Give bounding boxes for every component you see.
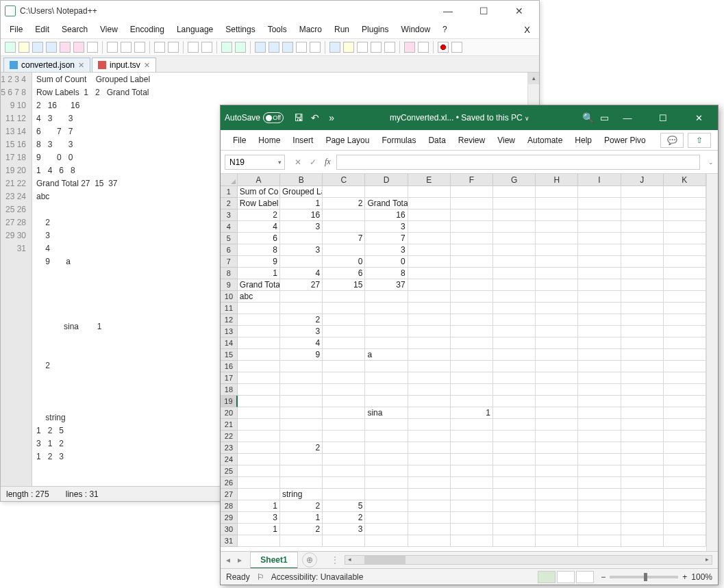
cell[interactable] (664, 186, 706, 198)
docmap-icon[interactable] (371, 42, 382, 53)
cell[interactable] (408, 349, 451, 361)
cell[interactable] (493, 291, 536, 303)
row-header[interactable]: 20 (221, 407, 238, 419)
cell[interactable] (408, 489, 451, 500)
cell[interactable]: Sum of Co (238, 186, 280, 198)
cell[interactable]: Grouped Label (280, 186, 323, 198)
cell[interactable] (451, 489, 493, 500)
accessibility-icon[interactable]: ⚐ (257, 572, 264, 582)
row-header[interactable]: 28 (221, 500, 238, 512)
cell[interactable] (238, 372, 280, 384)
cell[interactable] (536, 244, 578, 256)
scroll-up-icon[interactable]: ▴ (528, 73, 539, 84)
cell[interactable] (451, 209, 493, 221)
cell[interactable] (323, 419, 365, 431)
undo-icon[interactable]: ↶ (308, 112, 322, 123)
minimize-button[interactable]: — (612, 113, 642, 123)
cell[interactable] (578, 535, 621, 547)
cell[interactable] (621, 221, 664, 233)
cell[interactable] (621, 384, 664, 396)
menu-edit[interactable]: Edit (30, 23, 54, 36)
table-row[interactable]: 122 (221, 314, 706, 326)
cell[interactable] (578, 326, 621, 337)
column-header[interactable]: B (280, 174, 323, 186)
menu-run[interactable]: Run (329, 23, 354, 36)
cell[interactable] (493, 314, 536, 326)
cell[interactable] (493, 372, 536, 384)
cell[interactable] (408, 442, 451, 454)
cell[interactable] (451, 465, 493, 477)
cell[interactable]: 3 (280, 244, 323, 256)
stop-macro-icon[interactable] (451, 42, 462, 53)
cell[interactable] (493, 209, 536, 221)
cell[interactable] (578, 396, 621, 407)
cell[interactable] (280, 465, 323, 477)
row-header[interactable]: 31 (221, 535, 238, 547)
row-header[interactable]: 17 (221, 372, 238, 384)
cell[interactable] (323, 454, 365, 465)
cell[interactable] (664, 314, 706, 326)
lang-icon[interactable] (329, 42, 340, 53)
grid-rows[interactable]: 1Sum of CoGrouped Label2Row Label12Grand… (221, 186, 706, 551)
cell[interactable] (536, 442, 578, 454)
cell[interactable] (408, 361, 451, 372)
cell[interactable] (621, 419, 664, 431)
cell[interactable]: 2 (238, 209, 280, 221)
cell[interactable] (323, 442, 365, 454)
cell[interactable] (408, 314, 451, 326)
spreadsheet-grid[interactable]: ABCDEFGHIJK 1Sum of CoGrouped Label2Row … (221, 174, 718, 551)
cell[interactable] (408, 303, 451, 314)
cell[interactable] (451, 524, 493, 535)
table-row[interactable]: 17 (221, 372, 706, 384)
cell[interactable] (621, 500, 664, 512)
expand-formula-icon[interactable]: ⌄ (704, 159, 718, 166)
functionlist-icon[interactable] (357, 42, 368, 53)
cell[interactable] (536, 279, 578, 291)
cell[interactable] (578, 361, 621, 372)
cell[interactable] (664, 419, 706, 431)
cell[interactable] (621, 535, 664, 547)
warning-icon[interactable]: X (519, 23, 535, 36)
cell[interactable] (493, 186, 536, 198)
cell[interactable] (578, 419, 621, 431)
cell[interactable] (621, 454, 664, 465)
cell[interactable] (493, 221, 536, 233)
cell[interactable] (451, 221, 493, 233)
cell[interactable] (365, 291, 408, 303)
row-header[interactable]: 24 (221, 454, 238, 465)
excel-titlebar[interactable]: AutoSave Off 🖫 ↶ » myConverted.xl... • S… (221, 105, 718, 130)
cell[interactable] (408, 535, 451, 547)
cell[interactable] (578, 489, 621, 500)
menu-language[interactable]: Language (172, 23, 218, 36)
row-header[interactable]: 3 (221, 209, 238, 221)
cell[interactable] (451, 477, 493, 489)
cell[interactable] (408, 244, 451, 256)
cell[interactable] (621, 431, 664, 442)
paste-icon[interactable] (134, 42, 145, 53)
row-header[interactable]: 11 (221, 303, 238, 314)
share-button[interactable]: ⇧ (688, 133, 711, 148)
cell[interactable] (578, 512, 621, 524)
save-icon[interactable]: 🖫 (292, 112, 305, 123)
cell[interactable] (365, 524, 408, 535)
cell[interactable] (323, 477, 365, 489)
cell[interactable] (536, 349, 578, 361)
column-header[interactable]: I (578, 174, 621, 186)
cell[interactable] (323, 314, 365, 326)
cell[interactable] (280, 431, 323, 442)
name-box[interactable]: N19 (225, 155, 285, 170)
cell[interactable] (621, 349, 664, 361)
cell[interactable] (323, 326, 365, 337)
menu-encoding[interactable]: Encoding (125, 23, 169, 36)
table-row[interactable]: 19 (221, 396, 706, 407)
cell[interactable] (493, 489, 536, 500)
cell[interactable] (238, 465, 280, 477)
cell[interactable] (493, 442, 536, 454)
cell[interactable] (408, 431, 451, 442)
cell[interactable] (323, 431, 365, 442)
cell[interactable] (664, 221, 706, 233)
cell[interactable] (664, 396, 706, 407)
cell[interactable] (493, 500, 536, 512)
cell[interactable] (238, 454, 280, 465)
table-row[interactable]: 5677 (221, 233, 706, 244)
